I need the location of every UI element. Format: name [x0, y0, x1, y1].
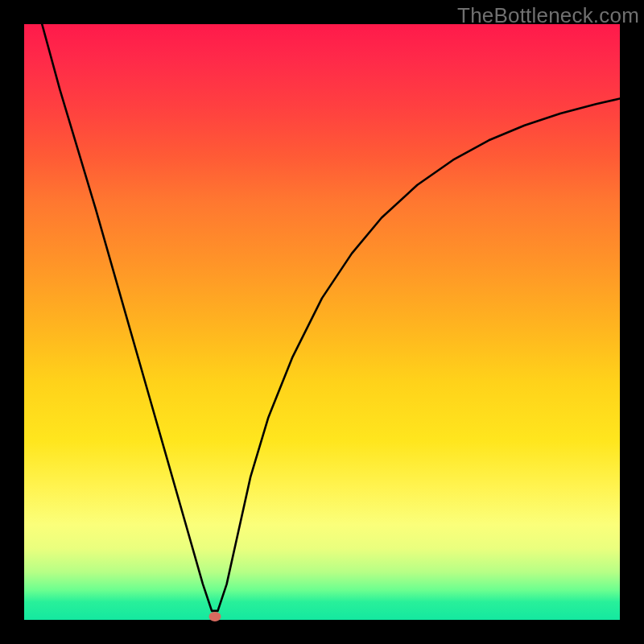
minimum-marker	[208, 612, 221, 621]
plot-area	[24, 24, 620, 620]
bottleneck-curve	[24, 24, 620, 620]
chart-frame: TheBottleneck.com	[0, 0, 644, 644]
